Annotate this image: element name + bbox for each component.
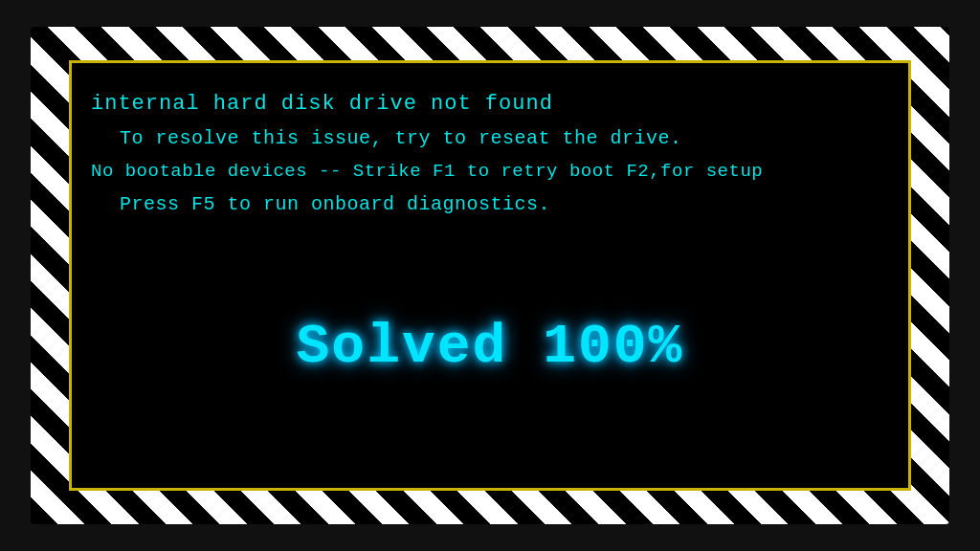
- error-line2: To resolve this issue, try to reseat the…: [91, 127, 889, 149]
- error-line4: Press F5 to run onboard diagnostics.: [91, 193, 889, 215]
- screen-wrapper: internal hard disk drive not found To re…: [69, 60, 911, 491]
- outer-frame: internal hard disk drive not found To re…: [31, 27, 949, 524]
- error-line1: internal hard disk drive not found: [91, 92, 889, 116]
- error-line3: No bootable devices -- Strike F1 to retr…: [91, 161, 889, 182]
- solved-text: Solved 100%: [297, 316, 684, 378]
- solved-container: Solved 100%: [91, 234, 889, 459]
- screen-content: internal hard disk drive not found To re…: [72, 63, 908, 488]
